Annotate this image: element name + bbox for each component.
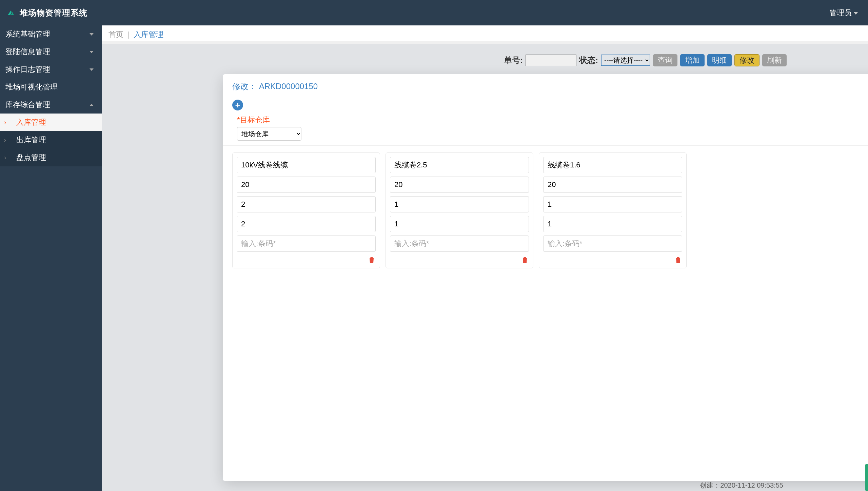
item-barcode-input[interactable] — [237, 236, 376, 252]
menu-login-info[interactable]: 登陆信息管理 — [0, 43, 102, 61]
caret-down-icon — [854, 12, 858, 15]
item-field3-input[interactable] — [390, 196, 529, 212]
menu-label: 系统基础管理 — [5, 29, 50, 39]
item-field4-input[interactable] — [390, 216, 529, 232]
item-name-input[interactable] — [390, 157, 529, 173]
menu-label: 堆场可视化管理 — [5, 82, 58, 92]
submenu-label: 入库管理 — [16, 117, 46, 127]
chevron-down-icon — [90, 51, 94, 53]
delete-item-button[interactable] — [521, 256, 529, 264]
item-field2-input[interactable] — [390, 177, 529, 193]
chevron-up-icon — [90, 104, 94, 106]
item-barcode-input[interactable] — [390, 236, 529, 252]
app-title: 堆场物资管理系统 — [20, 7, 87, 18]
add-item-button[interactable]: + — [232, 100, 243, 110]
submenu-inventory: › 入库管理 › 出库管理 › 盘点管理 — [0, 114, 102, 166]
header-left: 堆场物资管理系统 — [6, 7, 87, 18]
item-card — [232, 152, 380, 268]
menu-yard-visual[interactable]: 堆场可视化管理 — [0, 78, 102, 96]
item-field4-input[interactable] — [237, 216, 376, 232]
menu-label: 操作日志管理 — [5, 64, 50, 75]
item-field3-input[interactable] — [237, 196, 376, 212]
breadcrumb-separator: | — [127, 30, 130, 39]
item-field2-input[interactable] — [543, 177, 682, 193]
item-cards-row — [223, 146, 868, 275]
submenu-label: 盘点管理 — [16, 152, 46, 163]
scrollbar-thumb[interactable] — [865, 464, 868, 491]
trash-icon — [521, 256, 529, 264]
target-warehouse-label: *目标仓库 — [237, 115, 868, 125]
item-name-input[interactable] — [543, 157, 682, 173]
user-menu[interactable]: 管理员 — [829, 8, 858, 18]
menu-system-base[interactable]: 系统基础管理 — [0, 25, 102, 43]
top-header: 堆场物资管理系统 管理员 — [0, 0, 868, 25]
submenu-outbound[interactable]: › 出库管理 — [0, 131, 102, 149]
edit-modal: 修改： ARKD00000150 ✕ + 保存 *目标仓库 堆场仓库 — [223, 74, 868, 481]
item-barcode-input[interactable] — [543, 236, 682, 252]
menu-operation-log[interactable]: 操作日志管理 — [0, 61, 102, 78]
app-logo-icon — [6, 8, 16, 18]
modal-actions: + 保存 — [223, 99, 868, 115]
target-warehouse-row: *目标仓库 堆场仓库 — [223, 115, 868, 145]
item-field3-input[interactable] — [543, 196, 682, 212]
trash-icon — [368, 256, 376, 264]
item-name-input[interactable] — [237, 157, 376, 173]
menu-label: 登陆信息管理 — [5, 47, 50, 57]
trash-icon — [674, 256, 682, 264]
submenu-label: 出库管理 — [16, 135, 46, 145]
chevron-right-icon: › — [4, 119, 6, 126]
chevron-right-icon: › — [4, 154, 6, 161]
menu-inventory-integrated[interactable]: 库存综合管理 — [0, 96, 102, 114]
chevron-down-icon — [90, 68, 94, 71]
breadcrumb-home[interactable]: 首页 — [108, 30, 123, 39]
sidebar: 系统基础管理 登陆信息管理 操作日志管理 堆场可视化管理 库存综合管理 › 入库… — [0, 25, 102, 491]
submenu-inbound[interactable]: › 入库管理 — [0, 114, 102, 131]
user-label: 管理员 — [829, 8, 852, 18]
delete-item-button[interactable] — [368, 256, 376, 264]
item-card — [386, 152, 533, 268]
chevron-right-icon: › — [4, 137, 6, 144]
target-warehouse-select[interactable]: 堆场仓库 — [237, 127, 301, 141]
submenu-stocktake[interactable]: › 盘点管理 — [0, 149, 102, 166]
item-field4-input[interactable] — [543, 216, 682, 232]
item-field2-input[interactable] — [237, 177, 376, 193]
chevron-down-icon — [90, 33, 94, 36]
breadcrumb-current: 入库管理 — [134, 30, 163, 39]
item-card — [539, 152, 687, 268]
menu-label: 库存综合管理 — [5, 100, 50, 110]
modal-header: 修改： ARKD00000150 ✕ — [223, 74, 868, 99]
footer-created: 创建：2020-11-12 09:53:55 — [700, 481, 783, 490]
modal-title: 修改： ARKD00000150 — [232, 81, 318, 92]
delete-item-button[interactable] — [674, 256, 682, 264]
